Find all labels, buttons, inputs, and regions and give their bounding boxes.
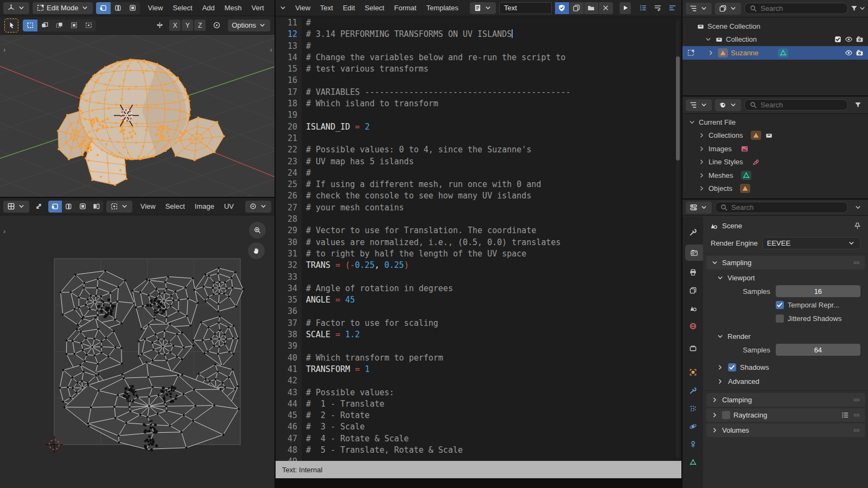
advanced-row[interactable]: Advanced <box>703 374 868 388</box>
uv-menu-image[interactable]: Image <box>190 202 219 210</box>
sidebar-expand-icon[interactable]: › <box>3 227 5 235</box>
text-datablock-dropdown[interactable] <box>470 2 496 14</box>
code-line-16[interactable]: 16 <box>276 75 674 86</box>
code-line-33[interactable]: 33 <box>276 272 674 283</box>
uv-sync-selection-icon[interactable] <box>33 201 45 213</box>
code-line-11[interactable]: 11# <box>276 17 674 29</box>
shadows-row[interactable]: Shadows <box>703 360 868 374</box>
viewport-menu-view[interactable]: View <box>143 4 168 12</box>
viewport-subpanel-header[interactable]: Viewport <box>703 271 868 284</box>
pivot-point-dropdown[interactable] <box>245 201 271 213</box>
mirror-z-button[interactable]: Z <box>194 20 206 31</box>
blend-file-row-palettes[interactable]: Palettes <box>682 195 868 198</box>
uv-island-select-button[interactable] <box>90 201 103 213</box>
text-menu-select[interactable]: Select <box>360 4 389 12</box>
code-line-44[interactable]: 44# 1 - Translate <box>276 399 674 410</box>
code-line-21[interactable]: 21 <box>276 133 674 144</box>
text-menu-format[interactable]: Format <box>389 4 421 12</box>
blend-file-row-line-styles[interactable]: Line Styles <box>682 156 868 169</box>
code-line-27[interactable]: 27# your mesh contains <box>276 202 674 214</box>
code-line-14[interactable]: 14# Change the variables below and re-ru… <box>276 52 674 63</box>
exclude-checkbox[interactable] <box>834 35 842 43</box>
code-line-38[interactable]: 38SCALE = 1.2 <box>276 329 674 341</box>
properties-tab-render[interactable] <box>685 245 703 261</box>
blend-file-row-meshes[interactable]: Meshes <box>682 169 868 182</box>
select-invert-button[interactable] <box>67 20 81 31</box>
grip-icon[interactable] <box>852 426 860 434</box>
code-line-29[interactable]: 29# Vector to use for Translation. The c… <box>276 225 674 236</box>
pan-hand-button[interactable] <box>248 242 265 259</box>
mirror-x-button[interactable]: X <box>169 20 181 31</box>
select-subtract-button[interactable] <box>52 20 67 31</box>
mirror-icon[interactable] <box>156 21 164 29</box>
mirror-y-button[interactable]: Y <box>182 20 193 31</box>
chevron-down-icon[interactable] <box>704 35 712 43</box>
outliner-search[interactable] <box>744 3 848 14</box>
code-line-41[interactable]: 41TRANSFORM = 1 <box>276 364 674 375</box>
3d-viewport-canvas[interactable]: › ‹ <box>0 35 275 196</box>
vertex-select-button[interactable] <box>96 2 111 14</box>
proportional-editing-icon[interactable] <box>210 20 224 31</box>
code-line-24[interactable]: 24# <box>276 168 674 179</box>
editor-type-button[interactable] <box>686 99 712 111</box>
mode-dropdown[interactable]: Edit Mode <box>33 2 93 14</box>
code-line-39[interactable]: 39 <box>276 341 674 352</box>
open-text-button[interactable] <box>584 2 598 14</box>
code-line-20[interactable]: 20ISLAND_ID = 2 <box>276 121 674 133</box>
code-line-22[interactable]: 22# Possible values: 0 to 4, since the S… <box>276 144 674 156</box>
chevron-right-icon[interactable] <box>707 49 715 57</box>
code-line-37[interactable]: 37# Factor to use for scaling <box>276 318 674 329</box>
chevron-right-icon[interactable] <box>698 171 706 179</box>
code-line-17[interactable]: 17# VARIABLES --------------------------… <box>276 87 674 98</box>
list-icon[interactable] <box>841 411 849 419</box>
raytracing-checkbox[interactable] <box>722 411 730 419</box>
unlink-button[interactable] <box>599 2 613 14</box>
line-numbers-toggle[interactable] <box>637 2 649 14</box>
properties-tab-constraints[interactable] <box>682 436 703 452</box>
blend-file-row-objects[interactable]: Objects <box>682 182 868 196</box>
uv-menu-uv[interactable]: UV <box>219 202 239 210</box>
code-line-30[interactable]: 30# values are normalized, i.e., (0.5, 0… <box>276 237 674 248</box>
copy-datablock-button[interactable] <box>570 2 584 14</box>
uv-menu-select[interactable]: Select <box>161 202 190 210</box>
clamping-panel-header[interactable]: Clamping <box>706 393 865 407</box>
edge-select-button[interactable] <box>111 2 125 14</box>
filter-button[interactable] <box>851 99 865 111</box>
raytracing-panel-header[interactable]: Raytracing <box>706 408 865 422</box>
code-line-43[interactable]: 43# Possible values: <box>276 387 674 399</box>
code-line-31[interactable]: 31# to right by half the length of the U… <box>276 248 674 260</box>
properties-tab-object-data[interactable] <box>682 454 703 470</box>
jittered-checkbox[interactable] <box>776 314 784 323</box>
search-input[interactable] <box>731 203 843 211</box>
grip-icon[interactable] <box>852 259 860 267</box>
code-line-12[interactable]: 12# 3.14 PERFORMING TRANSFORMS ON UV ISL… <box>276 29 674 40</box>
render-camera-icon[interactable] <box>856 35 864 43</box>
pin-icon[interactable] <box>853 222 861 230</box>
code-line-47[interactable]: 47# 4 - Rotate & Scale <box>276 433 674 445</box>
hide-eye-icon[interactable] <box>845 49 853 57</box>
grip-icon[interactable] <box>852 411 860 419</box>
uv-edge-select-button[interactable] <box>62 201 75 213</box>
sidebar-expand-icon[interactable]: › <box>3 46 5 54</box>
sticky-selection-dropdown[interactable] <box>106 201 132 213</box>
chevron-down-icon[interactable] <box>688 118 696 126</box>
properties-options-button[interactable] <box>851 202 865 214</box>
properties-tab-particles[interactable] <box>682 400 703 416</box>
select-new-button[interactable] <box>23 20 37 31</box>
editor-type-button[interactable] <box>3 201 29 213</box>
text-scrollbar[interactable] <box>676 20 680 459</box>
blend-file-row-images[interactable]: Images <box>682 142 868 156</box>
word-wrap-toggle[interactable] <box>652 2 663 14</box>
code-line-35[interactable]: 35ANGLE = 45 <box>276 294 674 306</box>
code-line-25[interactable]: 25# If using a different mesh, run once … <box>276 179 674 190</box>
text-menu-edit[interactable]: Edit <box>338 4 360 12</box>
uv-vertex-select-button[interactable] <box>48 201 62 213</box>
code-line-46[interactable]: 46# 3 - Scale <box>276 421 674 433</box>
suzanne-object-row[interactable]: Suzanne <box>682 46 868 60</box>
panel-collapse-icon[interactable]: ‹ <box>270 46 272 54</box>
code-line-45[interactable]: 45# 2 - Rotate <box>276 410 674 421</box>
editor-type-collapsed-button[interactable] <box>279 2 287 14</box>
chevron-right-icon[interactable] <box>698 131 706 139</box>
collection-row[interactable]: Collection <box>682 33 868 47</box>
code-area[interactable]: 11#12# 3.14 PERFORMING TRANSFORMS ON UV … <box>276 17 674 461</box>
